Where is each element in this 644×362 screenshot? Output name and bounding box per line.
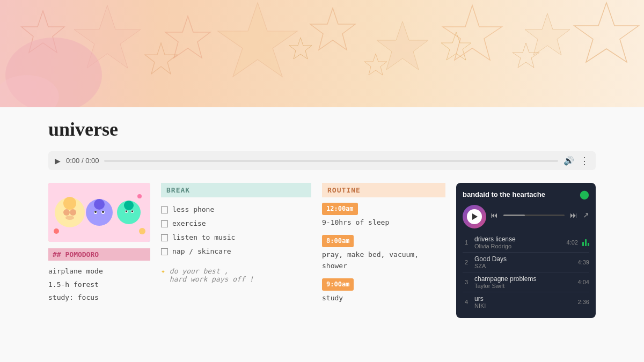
spotify-icon: ⬤ [580,189,589,200]
svg-point-19 [63,197,76,210]
skip-forward-button[interactable]: ⏭ [570,211,577,219]
list-item: listen to music [161,231,311,245]
music-tracklist: 1 drivers license Olivia Rodrigo 4:02 2 [463,233,589,312]
audio-player: ▶ 0:00 / 0:00 🔊 ⋮ [48,151,596,170]
motivational-quote: ✦ do your best ,hard work pays off ! [161,267,311,283]
track-artist: SZA [474,263,574,269]
svg-point-21 [70,209,76,216]
track-artist: Olivia Rodrigo [474,243,562,249]
star-icon: ✦ [161,267,165,275]
track-info: drivers license Olivia Rodrigo [474,235,562,249]
track-row-3[interactable]: 3 champagne problems Taylor Swift 4:04 [463,272,589,292]
list-item: less phone [161,203,311,217]
track-info: champagne problems Taylor Swift [474,275,574,289]
left-items: airplane mode 1.5-h forest study: focus [48,265,150,305]
checkbox-nap-skincare[interactable] [161,248,168,255]
audio-progress-bar[interactable] [104,160,558,162]
svg-point-30 [124,201,134,210]
checkbox-exercise[interactable] [161,220,168,227]
svg-point-22 [65,216,74,220]
list-item: exercise [161,217,311,231]
track-row-1[interactable]: 1 drivers license Olivia Rodrigo 4:02 [463,233,589,253]
track-info: Good Days SZA [474,255,574,269]
routine-entry-3: 9:00am study [322,278,445,304]
list-item: nap / skincare [161,245,311,258]
music-title: bandaid to the heartache [463,190,545,198]
svg-point-24 [94,199,105,210]
music-player-controls: ⏮ ⏭ ↗ [463,205,589,228]
track-number: 2 [463,259,470,265]
break-header: BREAK [161,183,311,197]
track-artist: NIKI [474,302,574,309]
main-container: universe ▶ 0:00 / 0:00 🔊 ⋮ [27,107,617,339]
routine-entry-1: 12:00am 9-10hrs of sleep [322,203,445,228]
track-info: urs NIKI [474,295,574,309]
routine-time-3: 9:00am [322,278,354,291]
svg-point-37 [139,228,145,234]
album-art [463,205,486,228]
audio-more-icon[interactable]: ⋮ [580,156,589,166]
list-item: study: focus [48,291,150,305]
checkbox-listen-music[interactable] [161,234,168,241]
svg-point-34 [131,210,134,212]
track-row-4[interactable]: 4 urs NIKI 2:36 [463,292,589,312]
quote-text: do your best ,hard work pays off ! [170,267,254,283]
checkbox-less-phone[interactable] [161,206,168,213]
audio-volume-icon[interactable]: 🔊 [564,156,574,166]
track-row-2[interactable]: 2 Good Days SZA 4:39 [463,253,589,272]
list-item: airplane mode [48,265,150,278]
routine-time-1: 12:00am [322,203,358,215]
track-duration: 4:39 [578,259,589,265]
routine-header: ROUTINE [322,183,445,197]
routine-entry-2: 8:00am pray, make bed, vacuum, shower [322,235,445,272]
svg-point-28 [102,211,104,213]
track-number: 4 [463,299,470,305]
track-name: urs [474,295,574,302]
track-name: champagne problems [474,275,574,283]
track-number: 3 [463,279,470,285]
controls-buttons: ⏮ ⏭ ↗ [491,211,589,219]
list-item: 1.5-h forest [48,278,150,292]
svg-point-33 [126,210,128,212]
track-duration: 4:02 [567,239,578,246]
svg-point-27 [94,211,97,213]
music-panel: bandaid to the heartache ⬤ ⏮ ⏭ [456,183,596,318]
svg-point-36 [137,194,142,198]
music-progress-bar[interactable] [503,215,565,216]
track-duration: 2:36 [578,299,589,305]
audio-play-button[interactable]: ▶ [55,157,61,165]
music-header: bandaid to the heartache ⬤ [463,189,589,200]
play-triangle-icon [472,213,478,220]
controls-right: ⏮ ⏭ ↗ [491,211,589,223]
track-artist: Taylor Swift [474,283,574,289]
music-progress-fill [503,215,525,216]
page-title: universe [48,118,596,141]
track-name: drivers license [474,235,562,243]
pomodoro-header: ## POMODORO [48,248,150,261]
left-panel: ## POMODORO airplane mode 1.5-h forest s… [48,183,150,305]
skip-back-button[interactable]: ⏮ [491,211,498,219]
track-duration: 4:04 [578,279,589,285]
audio-time: 0:00 / 0:00 [66,157,99,165]
track-name: Good Days [474,255,574,263]
svg-point-35 [54,228,59,234]
svg-point-20 [63,209,70,216]
share-button[interactable]: ↗ [583,211,589,219]
content-grid: ## POMODORO airplane mode 1.5-h forest s… [48,183,596,318]
now-playing-play-button[interactable] [467,209,482,224]
checklist: less phone exercise listen to music nap … [161,203,311,258]
banner-image [0,0,644,107]
routine-time-2: 8:00am [322,235,354,247]
routine-panel: ROUTINE 12:00am 9-10hrs of sleep 8:00am … [322,183,445,311]
track-number: 1 [463,239,470,246]
avatar-image [48,183,150,242]
break-panel: BREAK less phone exercise listen to musi… [161,183,311,283]
equalizer-icon [582,239,589,246]
